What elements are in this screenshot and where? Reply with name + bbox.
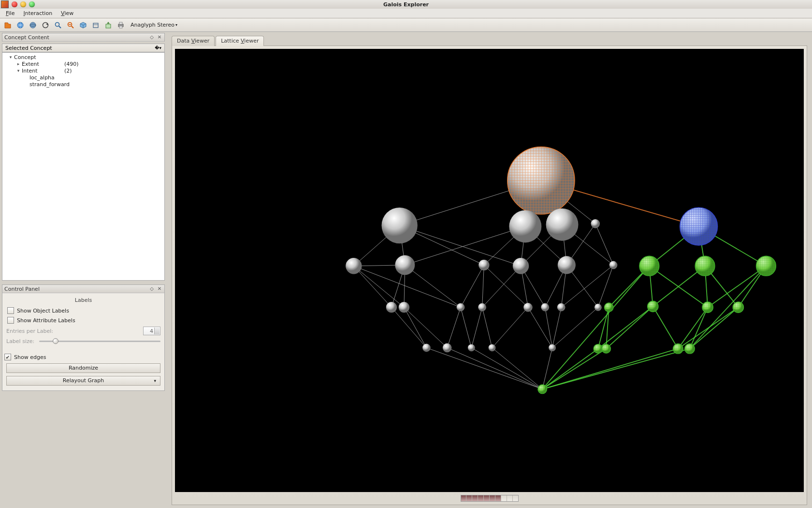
globe-blue-icon[interactable] — [15, 20, 25, 30]
cube-icon[interactable] — [78, 20, 88, 30]
svg-point-107 — [395, 255, 415, 275]
svg-line-85 — [606, 306, 653, 348]
svg-point-118 — [386, 302, 397, 313]
svg-marker-5 — [46, 23, 48, 25]
close-window-icon[interactable] — [12, 1, 17, 7]
content-area: Data Viewer Lattice Viewer — [169, 32, 812, 508]
tree-node-extent[interactable]: ▸Extent(490) — [2, 60, 164, 67]
show-attribute-labels-checkbox[interactable] — [7, 317, 14, 324]
svg-line-93 — [542, 349, 678, 389]
svg-line-94 — [542, 349, 690, 389]
svg-line-59 — [492, 307, 528, 348]
svg-line-52 — [392, 307, 426, 348]
svg-point-127 — [604, 303, 613, 312]
print-icon[interactable] — [116, 20, 126, 30]
svg-point-101 — [509, 210, 541, 242]
svg-point-109 — [513, 258, 529, 274]
app-icon — [1, 0, 9, 8]
stereo-mode-dropdown[interactable]: Anaglyph Stereo ▾ — [130, 22, 177, 28]
show-object-labels-checkbox[interactable] — [7, 307, 14, 314]
expand-icon[interactable]: ▸ — [15, 61, 22, 66]
concept-tree[interactable]: ▾Concept ▸Extent(490) ▾Intent(2) loc_alp… — [2, 52, 165, 281]
svg-point-142 — [602, 344, 611, 353]
svg-line-55 — [447, 307, 461, 348]
tab-lattice-viewer[interactable]: Lattice Viewer — [216, 36, 264, 46]
show-attribute-labels-label: Show Attribute Labels — [17, 317, 75, 324]
globe-layers-icon[interactable] — [28, 20, 38, 30]
svg-point-123 — [541, 303, 549, 312]
menu-file[interactable]: File — [2, 9, 18, 17]
svg-point-4 — [43, 22, 48, 28]
tab-data-viewer[interactable]: Data Viewer — [172, 36, 215, 46]
entries-per-label-row: Entries per Label: 4 — [6, 327, 160, 335]
label-size-slider[interactable] — [39, 337, 160, 345]
svg-line-58 — [482, 307, 492, 348]
panel-undock-icon[interactable]: ◇ — [149, 34, 155, 40]
svg-point-113 — [639, 256, 659, 276]
titlebar: Galois Explorer — [0, 0, 812, 9]
show-object-labels-row: Show Object Labels — [7, 307, 160, 314]
zoom-reset-icon[interactable] — [66, 20, 75, 30]
panel-close-icon[interactable]: ✕ — [157, 286, 162, 292]
svg-point-99 — [508, 147, 575, 214]
svg-line-62 — [552, 307, 562, 348]
export-icon[interactable] — [103, 20, 113, 30]
window-controls — [12, 1, 35, 7]
menu-view[interactable]: View — [57, 9, 77, 17]
tree-leaf[interactable]: strand_forward — [2, 81, 164, 88]
open-icon[interactable] — [3, 20, 13, 30]
svg-point-148 — [538, 385, 547, 394]
svg-point-129 — [648, 301, 658, 312]
svg-line-90 — [690, 307, 738, 348]
expand-icon[interactable]: ▾ — [7, 55, 14, 60]
box-icon[interactable] — [91, 20, 101, 30]
randomize-button[interactable]: Randomize — [6, 363, 160, 373]
panel-close-icon[interactable]: ✕ — [157, 34, 162, 40]
labels-heading: Labels — [6, 297, 160, 303]
svg-line-42 — [482, 265, 484, 307]
relayout-graph-button[interactable]: Relayout Graph ▾ — [6, 376, 160, 386]
svg-point-140 — [594, 344, 603, 353]
expand-icon[interactable]: ▾ — [15, 68, 22, 73]
svg-marker-15 — [107, 22, 110, 24]
svg-marker-0 — [5, 23, 11, 28]
svg-point-135 — [443, 344, 452, 353]
concept-content-title: Concept Content — [4, 34, 49, 41]
viewer-tabs: Data Viewer Lattice Viewer — [172, 35, 807, 45]
minimize-window-icon[interactable] — [20, 1, 26, 7]
svg-rect-14 — [106, 24, 111, 28]
lattice-viewport[interactable] — [175, 49, 804, 492]
tree-node-intent[interactable]: ▾Intent(2) — [2, 67, 164, 74]
entries-per-label-spinner[interactable]: 4 — [143, 327, 160, 335]
svg-rect-18 — [119, 26, 122, 28]
svg-line-41 — [461, 265, 484, 307]
panel-undock-icon[interactable]: ◇ — [149, 286, 155, 292]
svg-line-95 — [690, 266, 766, 349]
selected-concept-label: Selected Concept — [5, 45, 52, 51]
svg-line-65 — [471, 348, 542, 389]
selected-concept-dropdown[interactable]: Selected Concept �▾ — [2, 44, 165, 52]
svg-point-121 — [478, 303, 486, 312]
svg-point-102 — [546, 209, 579, 241]
tree-node-concept[interactable]: ▾Concept — [2, 54, 164, 60]
svg-point-2 — [30, 22, 36, 28]
menu-interaction[interactable]: Interaction — [19, 9, 56, 17]
refresh-icon[interactable] — [41, 20, 50, 30]
svg-point-136 — [468, 344, 475, 351]
svg-point-108 — [478, 260, 489, 270]
show-edges-checkbox[interactable]: ✔ — [4, 354, 11, 360]
svg-point-134 — [422, 344, 431, 352]
search-icon[interactable] — [53, 20, 63, 30]
show-edges-row: ✔ Show edges — [4, 354, 160, 360]
tree-leaf[interactable]: loc_alpha — [2, 74, 164, 81]
svg-rect-17 — [119, 22, 122, 24]
svg-point-120 — [457, 303, 465, 312]
maximize-window-icon[interactable] — [29, 1, 35, 7]
svg-point-131 — [702, 302, 713, 313]
entries-per-label-label: Entries per Label: — [6, 328, 53, 334]
svg-line-46 — [482, 266, 521, 307]
progress-bar — [461, 495, 519, 502]
svg-point-117 — [756, 256, 776, 276]
control-panel-title: Control Panel — [4, 286, 40, 292]
svg-point-103 — [591, 219, 600, 228]
